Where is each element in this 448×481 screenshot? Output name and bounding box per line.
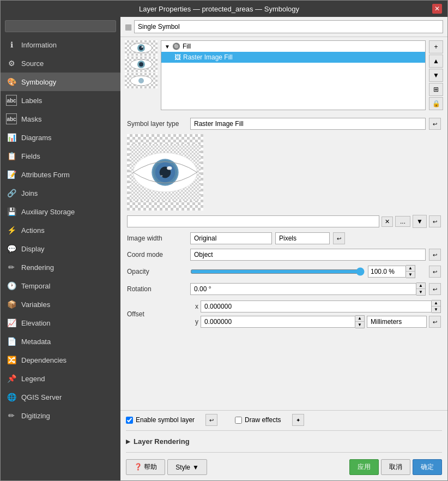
sidebar-label-symbology: Symbology <box>21 78 56 86</box>
sidebar-item-auxiliary-storage[interactable]: 💾 Auxiliary Storage <box>1 202 120 221</box>
draw-effects-checkbox[interactable] <box>235 417 242 424</box>
single-symbol-icon: ▦ <box>125 22 132 31</box>
sidebar-label-diagrams: Diagrams <box>21 134 52 142</box>
legend-icon: 📌 <box>6 373 17 384</box>
sidebar-item-legend[interactable]: 📌 Legend <box>1 369 120 388</box>
opacity-up-button[interactable]: ▲ <box>406 266 415 272</box>
symbol-layer-type-select[interactable]: Raster Image Fill <box>190 118 426 130</box>
apply-button[interactable]: 应用 <box>349 459 379 475</box>
image-width-select[interactable]: Original <box>190 232 272 244</box>
offset-x-down-button[interactable]: ▼ <box>432 306 440 312</box>
sidebar-item-qgis-server[interactable]: 🌐 QGIS Server <box>1 388 120 406</box>
close-button[interactable]: ✕ <box>432 4 442 14</box>
sidebar-item-temporal[interactable]: 🕐 Temporal <box>1 276 120 295</box>
opacity-spinner-buttons: ▲ ▼ <box>406 265 415 278</box>
joins-icon: 🔗 <box>6 188 17 199</box>
coord-mode-data-defined-button[interactable]: ↩ <box>429 249 441 261</box>
sidebar-search-input[interactable] <box>5 20 116 32</box>
symbol-preview-small-2 <box>125 57 158 72</box>
digitizing-icon: ✏ <box>6 410 17 421</box>
eye-image <box>130 142 201 202</box>
symbol-preview-column <box>125 40 158 110</box>
browse-file-button[interactable]: ... <box>395 216 410 227</box>
renderer-dropdown[interactable]: Single Symbol <box>134 20 443 33</box>
sidebar-item-display[interactable]: 💬 Display <box>1 239 120 258</box>
file-data-defined-button[interactable]: ↩ <box>429 215 441 227</box>
tree-item-fill[interactable]: ▼ 🔘 Fill <box>161 41 425 52</box>
enable-symbol-layer-label[interactable]: Enable symbol layer <box>126 416 195 424</box>
metadata-icon: 📄 <box>6 336 17 347</box>
offset-x-up-button[interactable]: ▲ <box>432 300 440 306</box>
enable-layer-data-defined-button[interactable]: ↩ <box>205 414 217 426</box>
offset-data-defined-button[interactable]: ↩ <box>429 316 441 328</box>
coord-mode-select[interactable]: Object <box>190 249 426 261</box>
symbol-type-data-defined-button[interactable]: ↩ <box>429 118 441 130</box>
main-content: ℹ Information ⚙ Source 🎨 Symbology abc L… <box>1 17 447 480</box>
opacity-slider[interactable] <box>190 267 365 276</box>
sidebar-item-variables[interactable]: 📦 Variables <box>1 295 120 314</box>
sidebar-item-elevation[interactable]: 📈 Elevation <box>1 314 120 332</box>
cancel-button[interactable]: 取消 <box>381 459 410 475</box>
offset-x-input[interactable] <box>201 300 432 312</box>
symbol-layer-type-label: Symbol layer type <box>127 120 187 128</box>
sidebar-label-auxiliary-storage: Auxiliary Storage <box>21 208 75 216</box>
sidebar-item-diagrams[interactable]: 📊 Diagrams <box>1 128 120 147</box>
offset-y-label: y <box>190 318 198 326</box>
move-up-button[interactable]: ▲ <box>429 55 443 68</box>
sidebar-item-attributes-form[interactable]: 📝 Attributes Form <box>1 165 120 184</box>
sidebar-label-elevation: Elevation <box>21 319 50 327</box>
file-path-input[interactable]: /home/t/gis/ld_qgis_demos/bin/resources/… <box>127 215 379 227</box>
add-layer-button[interactable]: + <box>429 40 443 53</box>
sidebar-item-symbology[interactable]: 🎨 Symbology <box>1 73 120 91</box>
sidebar-item-rendering[interactable]: ✏ Rendering <box>1 258 120 276</box>
sidebar-item-joins[interactable]: 🔗 Joins <box>1 184 120 202</box>
sidebar-item-labels[interactable]: abc Labels <box>1 91 120 110</box>
enable-symbol-layer-checkbox[interactable] <box>126 417 133 424</box>
sidebar-label-legend: Legend <box>21 375 45 383</box>
layer-rendering-row[interactable]: ▶ Layer Rendering <box>126 435 442 448</box>
sidebar-label-qgis-server: QGIS Server <box>21 393 62 401</box>
ok-button[interactable]: 确定 <box>413 459 442 475</box>
rotation-label: Rotation <box>127 285 187 293</box>
sidebar-item-actions[interactable]: ⚡ Actions <box>1 221 120 239</box>
right-panel: ▦ Single Symbol <box>120 17 447 480</box>
rotation-up-button[interactable]: ▲ <box>416 283 425 289</box>
clear-file-button[interactable]: ✕ <box>382 217 393 227</box>
draw-effects-settings-button[interactable]: ✦ <box>292 414 304 426</box>
fill-icon: 🔘 <box>172 43 180 50</box>
opacity-down-button[interactable]: ▼ <box>406 272 415 278</box>
sidebar-item-dependencies[interactable]: 🔀 Dependencies <box>1 351 120 369</box>
sidebar-item-fields[interactable]: 📋 Fields <box>1 147 120 165</box>
offset-y-input[interactable] <box>201 316 355 328</box>
help-button[interactable]: ❓ 帮助 <box>126 459 165 475</box>
style-button[interactable]: Style ▼ <box>167 459 207 475</box>
dependencies-icon: 🔀 <box>6 354 17 365</box>
fields-icon: 📋 <box>6 151 17 161</box>
rotation-value-input[interactable] <box>190 283 416 295</box>
sidebar-item-information[interactable]: ℹ Information <box>1 35 120 54</box>
opacity-value-input[interactable] <box>368 266 406 278</box>
rotation-data-defined-button[interactable]: ↩ <box>429 283 441 295</box>
browse-dropdown-button[interactable]: ▼ <box>413 215 427 228</box>
move-down-button[interactable]: ▼ <box>429 69 443 82</box>
image-width-unit-select[interactable]: Pixels <box>275 232 330 244</box>
opacity-data-defined-button[interactable]: ↩ <box>429 266 441 278</box>
lock-button[interactable]: 🔒 <box>429 97 443 110</box>
offset-y-down-button[interactable]: ▼ <box>355 322 364 328</box>
rotation-down-button[interactable]: ▼ <box>416 289 425 295</box>
sidebar-label-dependencies: Dependencies <box>21 356 66 364</box>
sidebar-item-metadata[interactable]: 📄 Metadata <box>1 332 120 351</box>
offset-unit-select[interactable]: Millimeters <box>367 316 427 328</box>
offset-y-up-button[interactable]: ▲ <box>355 316 364 322</box>
symbol-layer-type-row: Symbol layer type Raster Image Fill ↩ <box>127 118 441 130</box>
image-width-data-defined-button[interactable]: ↩ <box>333 232 345 244</box>
image-width-row: Image width Original Pixels ↩ <box>127 232 441 244</box>
tree-item-raster-image-fill[interactable]: 🖼 Raster Image Fill <box>161 52 425 63</box>
sidebar-item-digitizing[interactable]: ✏ Digitizing <box>1 406 120 425</box>
sidebar-item-source[interactable]: ⚙ Source <box>1 54 120 73</box>
draw-effects-label[interactable]: Draw effects <box>235 416 281 424</box>
fill-label: Fill <box>183 43 191 50</box>
duplicate-button[interactable]: ⊞ <box>429 83 443 96</box>
image-width-label: Image width <box>127 235 187 242</box>
sidebar-item-masks[interactable]: abc Masks <box>1 110 120 128</box>
